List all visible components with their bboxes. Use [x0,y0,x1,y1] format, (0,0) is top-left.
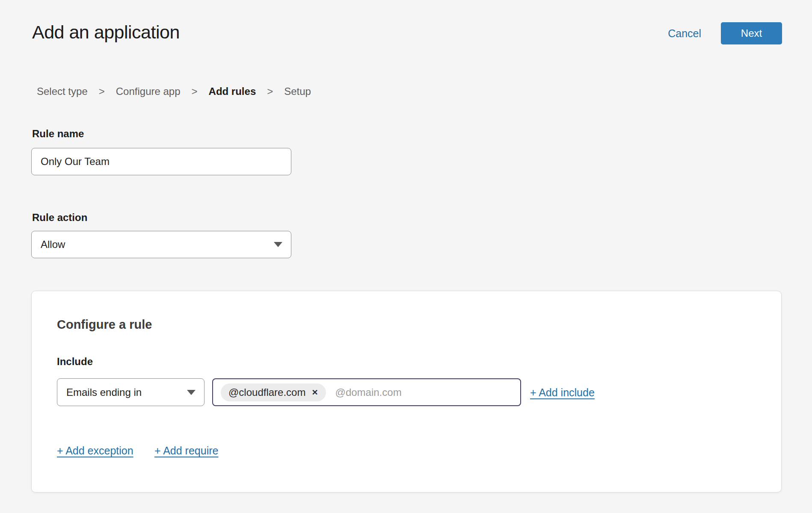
breadcrumb-separator: > [267,85,273,98]
next-button[interactable]: Next [721,22,782,44]
rule-name-label: Rule name [32,127,84,140]
page-title: Add an application [32,20,180,44]
add-application-page: Add an application Cancel Next Select ty… [0,0,812,513]
add-exception-link[interactable]: + Add exception [57,444,133,457]
email-domains-tag-input[interactable]: @cloudflare.com ✕ [212,378,521,406]
include-label: Include [57,355,93,368]
domain-input[interactable] [335,384,514,401]
email-domain-chip-label: @cloudflare.com [228,386,305,398]
email-domain-chip: @cloudflare.com ✕ [221,383,326,401]
add-include-link[interactable]: + Add include [530,386,595,399]
card-title: Configure a rule [57,317,152,332]
include-selector[interactable]: Emails ending in [57,378,204,406]
rule-action-select[interactable]: Allow [31,231,291,258]
add-require-link[interactable]: + Add require [154,444,218,457]
remove-chip-icon[interactable]: ✕ [311,389,318,396]
breadcrumb-add-rules[interactable]: Add rules [209,85,256,98]
configure-rule-card: Configure a rule Include Emails ending i… [31,291,782,492]
rule-action-value: Allow [41,239,65,251]
breadcrumb-configure-app[interactable]: Configure app [116,85,181,98]
header-actions: Cancel Next [668,22,782,44]
breadcrumb: Select type > Configure app > Add rules … [37,85,311,98]
breadcrumb-separator: > [192,85,198,98]
breadcrumb-setup[interactable]: Setup [284,85,311,98]
chevron-down-icon [274,242,282,247]
cancel-button[interactable]: Cancel [668,27,701,40]
chevron-down-icon [187,390,196,395]
rule-name-input[interactable] [31,148,291,175]
breadcrumb-select-type[interactable]: Select type [37,85,88,98]
rule-action-label: Rule action [32,211,87,224]
include-selector-value: Emails ending in [66,386,142,398]
breadcrumb-separator: > [99,85,105,98]
